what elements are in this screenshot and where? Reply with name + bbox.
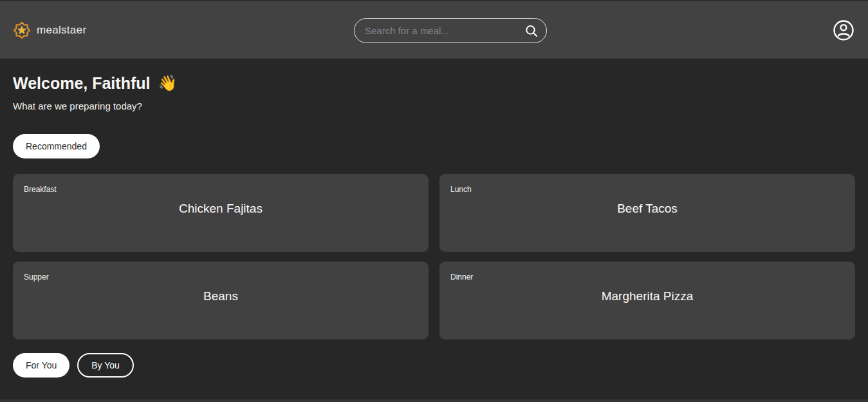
welcome-text: Welcome, Faithful — [13, 73, 150, 93]
meal-card-lunch[interactable]: Lunch Beef Tacos — [439, 174, 855, 252]
page-subtitle: What are we preparing today? — [13, 100, 855, 113]
search-bar — [354, 18, 547, 43]
account-button[interactable] — [832, 19, 855, 42]
page-title: Welcome, Faithful 👋 — [13, 73, 855, 93]
magnifier-icon — [524, 24, 539, 38]
star-seal-icon — [13, 21, 31, 39]
meal-name-label: Margherita Pizza — [439, 289, 855, 303]
account-circle-icon — [832, 19, 855, 42]
app-window: mealstaer — [0, 0, 868, 402]
meal-type-label: Lunch — [450, 185, 472, 194]
meal-card-supper[interactable]: Supper Beans — [13, 262, 429, 340]
meal-card-dinner[interactable]: Dinner Margherita Pizza — [439, 262, 855, 340]
search-input[interactable] — [365, 25, 524, 36]
main-content: Welcome, Faithful 👋 What are we preparin… — [0, 73, 868, 378]
bottom-edge-strip — [0, 399, 868, 402]
brand-name: mealstaer — [37, 24, 86, 37]
meal-name-label: Chicken Fajitas — [13, 202, 429, 216]
wave-emoji: 👋 — [158, 73, 177, 93]
meal-card-breakfast[interactable]: Breakfast Chicken Fajitas — [13, 174, 429, 252]
brand-logo[interactable]: mealstaer — [13, 21, 86, 39]
recommended-button[interactable]: Recommended — [13, 134, 100, 158]
meal-cards-grid: Breakfast Chicken Fajitas Lunch Beef Tac… — [13, 174, 855, 340]
meal-type-label: Breakfast — [24, 185, 57, 194]
filter-by-you-button[interactable]: By You — [77, 353, 134, 378]
top-navbar: mealstaer — [0, 0, 868, 59]
filter-for-you-button[interactable]: For You — [13, 353, 69, 378]
search-button[interactable] — [524, 24, 539, 38]
meal-type-label: Supper — [24, 273, 49, 282]
recommended-row: Recommended — [13, 134, 855, 158]
meal-name-label: Beef Tacos — [439, 202, 855, 216]
meal-type-label: Dinner — [450, 273, 473, 282]
meal-name-label: Beans — [13, 289, 429, 303]
filter-toggle-row: For You By You — [13, 353, 855, 378]
